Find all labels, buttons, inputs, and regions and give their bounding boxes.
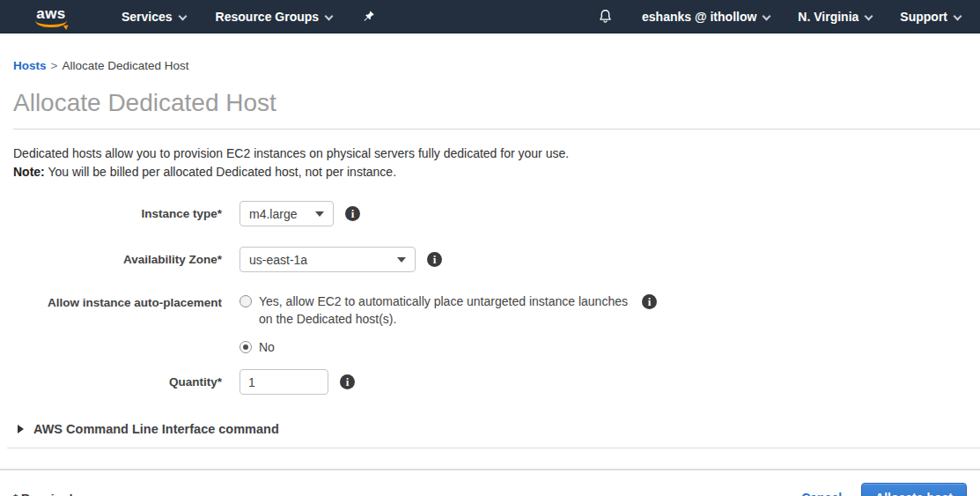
nav-region-label: N. Virginia	[798, 10, 858, 24]
availability-zone-select[interactable]: us-east-1a	[239, 247, 416, 272]
chevron-down-icon	[763, 11, 771, 20]
auto-placement-no-option[interactable]: No	[239, 338, 630, 356]
intro-line: Dedicated hosts allow you to provision E…	[13, 144, 967, 163]
quantity-input[interactable]	[239, 369, 328, 395]
breadcrumb-current: Allocate Dedicated Host	[62, 59, 188, 72]
nav-services[interactable]: Services	[122, 10, 186, 24]
cli-section-divider	[7, 448, 980, 448]
pin-icon[interactable]	[362, 10, 375, 23]
auto-placement-no-radio[interactable]	[239, 341, 252, 353]
nav-resource-groups[interactable]: Resource Groups	[216, 10, 332, 24]
nav-services-label: Services	[122, 10, 173, 24]
auto-placement-radio-group: Yes, allow EC2 to automatically place un…	[239, 292, 630, 356]
intro-note-text: You will be billed per allocated Dedicat…	[48, 165, 396, 179]
instance-type-label: Instance type*	[0, 201, 239, 220]
quantity-row: Quantity* i	[0, 369, 980, 395]
page-title: Allocate Dedicated Host	[13, 89, 967, 117]
nav-account-menu[interactable]: eshanks @ ithollow	[642, 10, 770, 24]
auto-placement-no-label[interactable]: No	[259, 338, 275, 356]
instance-type-row: Instance type* m4.large i	[0, 201, 980, 226]
instance-type-info-icon[interactable]: i	[345, 206, 360, 221]
footer-bar: * Required Cancel Allocate host	[0, 470, 980, 496]
chevron-down-icon	[178, 11, 187, 20]
breadcrumb-hosts-link[interactable]: Hosts	[13, 59, 47, 72]
intro-note: Note: You will be billed per allocated D…	[13, 163, 967, 181]
breadcrumb: Hosts>Allocate Dedicated Host	[0, 33, 980, 72]
auto-placement-label: Allow instance auto-placement	[0, 292, 239, 309]
instance-type-select[interactable]: m4.large	[239, 201, 334, 226]
aws-smile-icon	[35, 20, 67, 27]
aws-logo-text: aws	[36, 7, 66, 20]
nav-resource-groups-label: Resource Groups	[216, 10, 319, 24]
notifications-bell-icon[interactable]	[597, 8, 614, 25]
chevron-down-icon	[865, 11, 873, 20]
quantity-label: Quantity*	[0, 369, 239, 389]
nav-region-menu[interactable]: N. Virginia	[798, 10, 872, 24]
chevron-down-icon	[954, 11, 962, 20]
nav-support-menu[interactable]: Support	[900, 10, 961, 24]
chevron-down-icon	[325, 11, 334, 20]
aws-logo[interactable]: aws	[35, 7, 67, 27]
cli-command-expander[interactable]: AWS Command Line Interface command	[18, 422, 980, 436]
auto-placement-yes-label[interactable]: Yes, allow EC2 to automatically place un…	[259, 292, 630, 328]
auto-placement-row: Allow instance auto-placement Yes, allow…	[0, 292, 980, 356]
auto-placement-yes-option[interactable]: Yes, allow EC2 to automatically place un…	[239, 292, 630, 328]
expander-arrow-icon	[18, 425, 24, 433]
auto-placement-info-icon[interactable]: i	[642, 294, 657, 309]
instance-type-value: m4.large	[249, 207, 297, 221]
title-divider	[13, 129, 980, 130]
quantity-info-icon[interactable]: i	[340, 374, 355, 389]
allocate-host-button[interactable]: Allocate host	[861, 483, 967, 496]
availability-zone-info-icon[interactable]: i	[427, 252, 442, 267]
cli-command-label: AWS Command Line Interface command	[33, 422, 279, 436]
required-note: * Required	[13, 492, 73, 496]
auto-placement-yes-radio[interactable]	[239, 295, 252, 307]
nav-account-label: eshanks @ ithollow	[642, 10, 756, 24]
breadcrumb-separator: >	[51, 59, 58, 72]
top-navbar: aws Services Resource Groups eshanks @ i…	[0, 0, 980, 33]
allocate-host-form: Instance type* m4.large i Availability Z…	[0, 201, 980, 395]
availability-zone-value: us-east-1a	[249, 253, 307, 267]
chevron-down-icon	[315, 211, 324, 217]
nav-support-label: Support	[900, 10, 947, 24]
chevron-down-icon	[397, 257, 406, 263]
availability-zone-row: Availability Zone* us-east-1a i	[0, 247, 980, 272]
intro-text: Dedicated hosts allow you to provision E…	[13, 144, 967, 181]
availability-zone-label: Availability Zone*	[0, 247, 239, 266]
intro-note-label: Note:	[13, 165, 45, 179]
cancel-button[interactable]: Cancel	[801, 491, 842, 496]
